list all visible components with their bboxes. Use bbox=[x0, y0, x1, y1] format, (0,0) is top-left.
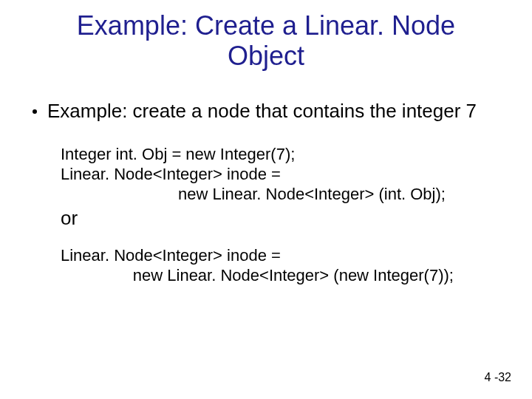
or-label: or bbox=[61, 207, 497, 230]
code-line: Integer int. Obj = new Integer(7); bbox=[61, 145, 497, 165]
slide: Example: Create a Linear. Node Object Ex… bbox=[0, 0, 532, 399]
page-number: 4 -32 bbox=[485, 371, 511, 384]
bullet-text: Example: create a node that contains the… bbox=[47, 100, 497, 123]
title-line-1: Example: Create a Linear. Node bbox=[77, 10, 455, 41]
code-block-1: Integer int. Obj = new Integer(7); Linea… bbox=[61, 145, 497, 204]
code-line: Linear. Node<Integer> inode = bbox=[61, 246, 497, 266]
code-line: new Linear. Node<Integer> (int. Obj); bbox=[61, 185, 497, 205]
code-line: Linear. Node<Integer> inode = bbox=[61, 165, 497, 185]
title-line-2: Object bbox=[228, 41, 304, 71]
code-block-2: Linear. Node<Integer> inode = new Linear… bbox=[61, 246, 497, 286]
slide-title: Example: Create a Linear. Node Object bbox=[37, 0, 495, 72]
bullet-dot-icon bbox=[33, 109, 37, 114]
code-line: new Linear. Node<Integer> (new Integer(7… bbox=[61, 266, 497, 286]
slide-body: Example: create a node that contains the… bbox=[0, 100, 532, 286]
bullet-item: Example: create a node that contains the… bbox=[33, 100, 497, 123]
